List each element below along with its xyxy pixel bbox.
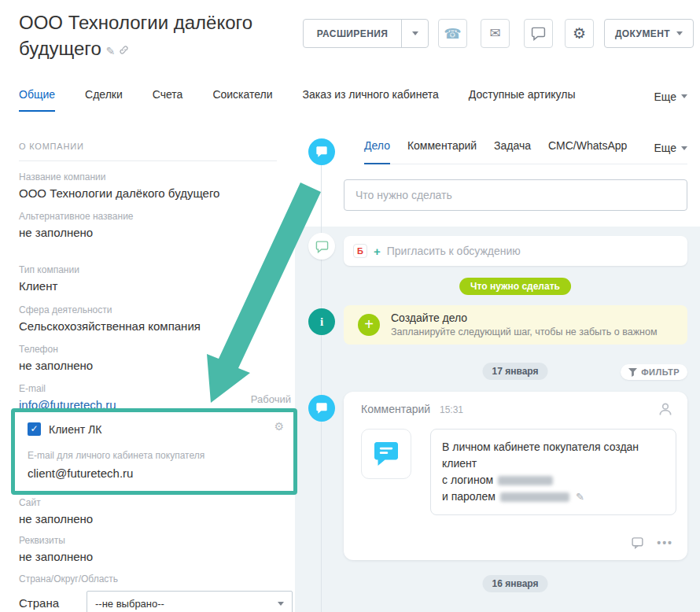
main-tabs: Общие Сделки Счета Соискатели Заказ из л… <box>19 88 687 112</box>
chat-bubble-outline-icon <box>315 240 329 253</box>
client-lk-email-value[interactable]: client@futuretech.ru <box>28 466 133 480</box>
field-label: Телефон <box>19 344 277 355</box>
chat-bubble-icon <box>315 146 328 158</box>
tab-personal-cabinet-order[interactable]: Заказ из личного кабинета <box>303 88 439 112</box>
edit-comment-icon[interactable]: ✎ <box>576 491 584 503</box>
settings-button[interactable]: ⚙ <box>565 19 594 48</box>
blurred-login <box>498 476 553 485</box>
extensions-button-label: РАСШИРЕНИЯ <box>304 28 401 39</box>
crm-company-page: ООО Технологии далёкого будущего✎ РАСШИР… <box>0 0 700 612</box>
chat-bubble-icon <box>372 440 400 468</box>
field-value[interactable]: Клиент <box>19 279 277 293</box>
comment-avatar-tile <box>361 429 411 479</box>
invite-avatar-icon: Б <box>353 244 367 258</box>
section-divider <box>19 160 277 161</box>
envelope-icon: ✉ <box>489 25 500 42</box>
field-value[interactable]: не заполнено <box>19 226 277 239</box>
client-lk-label: Клиент ЛК <box>49 423 101 436</box>
comment-card-footer: ••• <box>631 536 673 549</box>
date-separator-16[interactable]: 16 января <box>483 575 548 592</box>
country-select[interactable]: --не выбрано-- <box>87 591 293 612</box>
filter-label: ФИЛЬТР <box>641 367 680 377</box>
more-actions-icon[interactable]: ••• <box>657 536 673 549</box>
chevron-down-icon <box>681 94 687 98</box>
create-activity-subtitle: Запланируйте следующий шаг, чтобы не заб… <box>391 326 658 337</box>
field-value[interactable]: не заполнено <box>19 359 277 372</box>
comment-text-box[interactable]: В личном кабинете покупателя создан клие… <box>430 429 676 515</box>
invite-to-discussion[interactable]: Б + Пригласить к обсуждению <box>344 236 687 266</box>
field-value[interactable]: Сельскохозяйственная компания <box>19 319 277 333</box>
field-website: Сайт не заполнено <box>19 497 277 525</box>
field-value[interactable]: не заполнено <box>19 550 277 563</box>
tabs-more-button[interactable]: Еще <box>654 88 688 112</box>
document-button[interactable]: ДОКУМЕНТ <box>604 19 694 48</box>
chat-bubble-icon <box>315 402 328 415</box>
reply-comment-icon[interactable] <box>631 536 644 549</box>
tab-applicants[interactable]: Соискатели <box>212 88 272 112</box>
timeline-discussion-icon <box>308 233 335 260</box>
timeline-tabs: Дело Комментарий Задача СМС/WhatsApp Еще <box>364 139 687 164</box>
chat-button[interactable] <box>524 19 553 48</box>
comment-line-1: В личном кабинете покупателя создан клие… <box>442 439 665 472</box>
tab-invoices[interactable]: Счета <box>153 88 183 112</box>
field-value[interactable]: не заполнено <box>19 512 277 525</box>
tl-tab-sms-whatsapp[interactable]: СМС/WhatsApp <box>548 139 627 164</box>
client-lk-row: ✓ Клиент ЛК <box>28 422 101 436</box>
field-label: Название компании <box>19 171 277 182</box>
country-select-value: --не выбрано-- <box>95 598 164 610</box>
comment-time: 15:31 <box>440 404 463 415</box>
tab-deals[interactable]: Сделки <box>85 88 123 112</box>
invite-label: Пригласить к обсуждению <box>387 245 521 257</box>
field-label: Альтернативное название <box>19 211 277 222</box>
comment-password-prefix: и паролем <box>442 490 496 503</box>
field-value[interactable]: ООО Технологии далёкого будущего <box>19 186 277 200</box>
new-activity-input[interactable] <box>344 179 687 211</box>
tab-available-articles[interactable]: Доступные артикулы <box>469 88 576 112</box>
field-requisites: Реквизиты не заполнено <box>19 535 277 563</box>
tl-tab-activity[interactable]: Дело <box>364 139 390 164</box>
extensions-button[interactable]: РАСШИРЕНИЯ <box>303 19 429 48</box>
tab-general[interactable]: Общие <box>19 88 55 112</box>
comment-type-label: Комментарий <box>361 403 430 415</box>
plus-icon[interactable]: + <box>358 314 380 336</box>
link-icon[interactable] <box>119 45 129 55</box>
tl-tabs-more-label: Еще <box>654 142 677 154</box>
field-label: Тип компании <box>19 264 277 275</box>
create-activity-card[interactable]: + Создайте дело Запланируйте следующий ш… <box>344 305 687 345</box>
address-section-label: Страна/Округ/Область <box>19 573 277 588</box>
date-separator-17[interactable]: 17 января <box>483 363 548 380</box>
extensions-dropdown-toggle[interactable] <box>401 20 428 47</box>
field-label: E-mail <box>19 383 277 394</box>
call-button[interactable]: ☎ <box>438 19 467 48</box>
timeline-comment-icon <box>308 395 335 422</box>
comment-line-2: с логином <box>442 472 665 488</box>
filter-button[interactable]: ФИЛЬТР <box>621 364 687 380</box>
info-icon: i <box>320 315 323 329</box>
email-type-tag: Рабочий <box>251 393 291 405</box>
document-button-label: ДОКУМЕНТ <box>615 28 670 39</box>
comment-login-prefix: с логином <box>442 474 493 486</box>
page-title: ООО Технологии далёкого будущего✎ <box>19 9 286 65</box>
timeline-info-icon: i <box>308 308 335 335</box>
field-label: Реквизиты <box>19 535 277 546</box>
edit-title-icon[interactable]: ✎ <box>106 45 116 57</box>
chat-bubble-icon <box>531 26 546 41</box>
chevron-down-icon <box>278 602 284 606</box>
company-title-text: ООО Технологии далёкого будущего <box>19 12 252 59</box>
client-lk-gear-icon[interactable]: ⚙ <box>274 420 284 433</box>
author-avatar-icon[interactable] <box>658 401 673 420</box>
tabs-more-label: Еще <box>654 90 677 103</box>
email-button[interactable]: ✉ <box>481 19 510 48</box>
gear-icon: ⚙ <box>573 24 586 42</box>
tl-tab-comment[interactable]: Комментарий <box>407 139 477 164</box>
client-lk-email-label: E-mail для личного кабинета покупателя <box>28 450 204 461</box>
field-company-type: Тип компании Клиент <box>19 264 277 293</box>
field-phone: Телефон не заполнено <box>19 344 277 372</box>
tl-tabs-more-button[interactable]: Еще <box>654 139 688 164</box>
field-email: E-mail info@futuretech.ru <box>19 383 277 411</box>
client-lk-checkbox[interactable]: ✓ <box>28 422 41 436</box>
client-lk-highlight-box: ✓ Клиент ЛК ⚙ E-mail для личного кабинет… <box>11 408 297 495</box>
tl-tab-task[interactable]: Задача <box>494 139 531 164</box>
comment-card: Комментарий 15:31 В личном кабинете поку… <box>344 392 687 560</box>
field-label: Сайт <box>19 497 277 508</box>
